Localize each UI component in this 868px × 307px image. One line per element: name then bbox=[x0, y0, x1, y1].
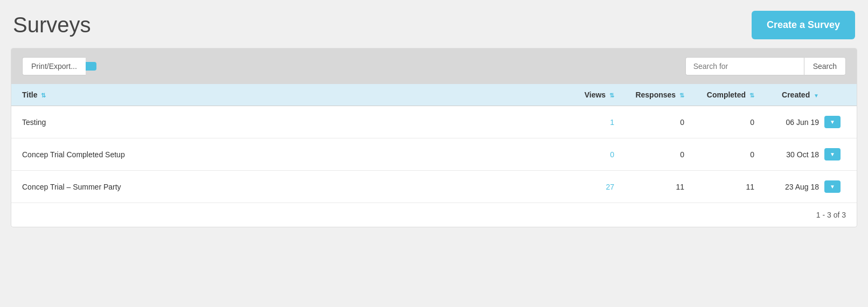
cell-title: Testing bbox=[22, 118, 560, 127]
cell-action: ▼ bbox=[819, 116, 846, 128]
pagination: 1 - 3 of 3 bbox=[11, 203, 857, 227]
table-row: Testing 1 0 0 06 Jun 19 ▼ bbox=[11, 106, 857, 138]
row-dropdown-button[interactable]: ▼ bbox=[824, 180, 841, 193]
toolbar: Print/Export... Search bbox=[11, 48, 857, 84]
cell-created: 23 Aug 18 bbox=[754, 183, 819, 191]
sort-arrows-responses bbox=[678, 90, 684, 99]
cell-title: Concep Trial – Summer Party bbox=[22, 183, 560, 191]
sort-arrows-completed bbox=[748, 90, 754, 99]
cell-responses: 11 bbox=[614, 183, 684, 191]
print-export-group: Print/Export... bbox=[22, 57, 96, 75]
table-body: Testing 1 0 0 06 Jun 19 ▼ Concep Trial C… bbox=[11, 106, 857, 203]
cell-completed: 11 bbox=[684, 183, 754, 191]
cell-responses: 0 bbox=[614, 150, 684, 159]
cell-title: Concep Trial Completed Setup bbox=[22, 150, 560, 159]
row-dropdown-button[interactable]: ▼ bbox=[824, 116, 841, 128]
chevron-down-icon: ▼ bbox=[830, 184, 835, 190]
create-survey-button[interactable]: Create a Survey bbox=[752, 11, 855, 39]
chevron-down-icon: ▼ bbox=[830, 119, 835, 125]
search-input[interactable] bbox=[685, 57, 804, 75]
col-views[interactable]: Views bbox=[560, 90, 614, 99]
cell-views: 0 bbox=[560, 150, 614, 159]
table-row: Concep Trial Completed Setup 0 0 0 30 Oc… bbox=[11, 138, 857, 171]
col-completed[interactable]: Completed bbox=[684, 90, 754, 99]
cell-completed: 0 bbox=[684, 118, 754, 127]
table-header: Title Views Responses Completed Created bbox=[11, 84, 857, 106]
cell-completed: 0 bbox=[684, 150, 754, 159]
cell-responses: 0 bbox=[614, 118, 684, 127]
cell-action: ▼ bbox=[819, 180, 846, 193]
col-actions bbox=[819, 90, 846, 99]
col-created[interactable]: Created bbox=[754, 90, 819, 99]
print-export-button[interactable]: Print/Export... bbox=[22, 57, 86, 75]
cell-created: 30 Oct 18 bbox=[754, 150, 819, 159]
page-title: Surveys bbox=[13, 13, 91, 37]
sort-down-created bbox=[812, 90, 819, 99]
cell-created: 06 Jun 19 bbox=[754, 118, 819, 127]
search-button[interactable]: Search bbox=[804, 57, 846, 75]
sort-arrows-views bbox=[608, 90, 614, 99]
search-group: Search bbox=[685, 57, 846, 75]
sort-arrows-title bbox=[39, 90, 46, 99]
chevron-down-icon: ▼ bbox=[830, 151, 835, 157]
cell-views: 27 bbox=[560, 183, 614, 191]
print-export-dropdown-button[interactable] bbox=[86, 62, 96, 71]
pagination-label: 1 - 3 of 3 bbox=[816, 211, 846, 219]
row-dropdown-button[interactable]: ▼ bbox=[824, 148, 841, 161]
main-container: Print/Export... Search Title Views Respo… bbox=[11, 48, 857, 227]
col-title[interactable]: Title bbox=[22, 90, 560, 99]
col-responses[interactable]: Responses bbox=[614, 90, 684, 99]
cell-action: ▼ bbox=[819, 148, 846, 161]
page-header: Surveys Create a Survey bbox=[11, 11, 857, 39]
cell-views: 1 bbox=[560, 118, 614, 127]
table-row: Concep Trial – Summer Party 27 11 11 23 … bbox=[11, 171, 857, 203]
